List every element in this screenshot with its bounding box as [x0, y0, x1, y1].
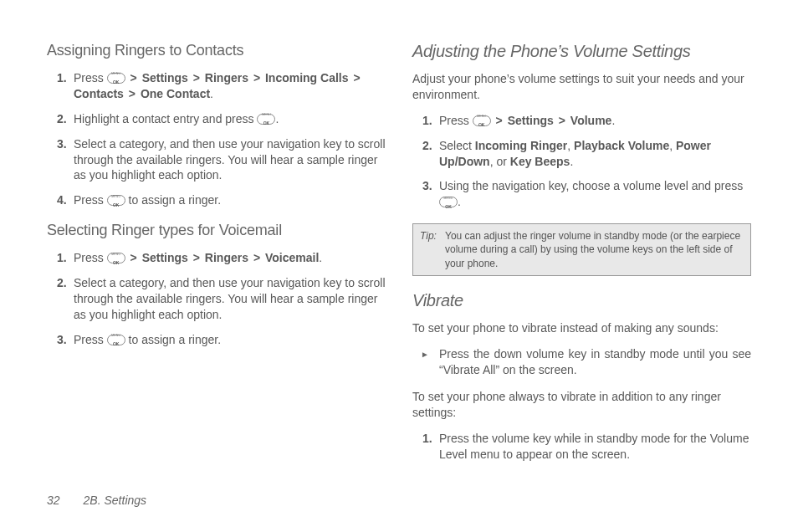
step-1: Press > Settings > Ringers > Incoming Ca…	[47, 70, 386, 102]
period: .	[570, 155, 573, 168]
text: Using the navigation key, choose a volum…	[439, 179, 743, 192]
opt-playback-volume: Playback Volume	[574, 139, 669, 152]
menu-ok-icon	[107, 195, 125, 206]
text: Press	[74, 193, 107, 207]
nav-ringers: Ringers	[205, 71, 248, 84]
assign-ringers-steps: Press > Settings > Ringers > Incoming Ca…	[47, 70, 386, 208]
period: .	[275, 112, 279, 125]
menu-ok-icon	[107, 73, 125, 84]
nav-settings: Settings	[508, 114, 554, 127]
gt-icon: >	[192, 71, 202, 84]
left-column: Assigning Ringers to Contacts Press > Se…	[47, 42, 386, 476]
opt-key-beeps: Key Beeps	[510, 155, 570, 168]
step-1: Press > Settings > Volume.	[412, 113, 751, 129]
nav-volume: Volume	[570, 114, 612, 127]
volume-steps: Press > Settings > Volume. Select Incomi…	[412, 113, 751, 210]
page-number: 32	[47, 494, 60, 507]
tip-box: Tip: You can adjust the ringer volume in…	[412, 223, 751, 276]
text: Select	[439, 139, 475, 152]
text: to assign a ringer.	[125, 333, 221, 346]
gt-icon: >	[129, 251, 139, 264]
step-1: Press the volume key while in standby mo…	[412, 431, 751, 463]
gt-icon: >	[252, 71, 262, 84]
section-title: 2B. Settings	[84, 494, 147, 507]
gt-icon: >	[494, 114, 504, 127]
heading-voicemail-ringers: Selecting Ringer types for Voicemail	[47, 222, 386, 239]
nav-contacts: Contacts	[74, 87, 124, 100]
right-column: Adjusting the Phone’s Volume Settings Ad…	[412, 42, 751, 476]
voicemail-ringer-steps: Press > Settings > Ringers > Voicemail. …	[47, 250, 386, 347]
period: .	[611, 114, 615, 127]
menu-ok-icon	[107, 335, 125, 345]
nav-ringers: Ringers	[205, 251, 248, 264]
sep: , or	[490, 155, 510, 168]
heading-vibrate: Vibrate	[412, 291, 751, 310]
menu-ok-icon	[439, 197, 458, 207]
sep: ,	[567, 139, 574, 152]
volume-intro: Adjust your phone’s volume settings to s…	[412, 71, 751, 103]
period: .	[458, 195, 461, 208]
heading-volume-settings: Adjusting the Phone’s Volume Settings	[412, 42, 751, 61]
gt-icon: >	[557, 114, 567, 127]
gt-icon: >	[127, 87, 137, 100]
text: Press	[74, 71, 107, 84]
step-3: Using the navigation key, choose a volum…	[412, 178, 751, 210]
page-footer: 32 2B. Settings	[47, 494, 146, 507]
vibrate-bullet: Press the down volume key in standby mod…	[412, 346, 751, 378]
sep: ,	[669, 139, 676, 152]
step-2: Select a category, and then use your nav…	[47, 275, 386, 323]
opt-incoming-ringer: Incoming Ringer	[475, 139, 567, 152]
nav-settings: Settings	[142, 71, 188, 84]
text: Press	[74, 251, 107, 264]
gt-icon: >	[351, 71, 361, 84]
period: .	[210, 87, 213, 100]
tip-label: Tip:	[420, 229, 445, 270]
tip-body: You can adjust the ringer volume in stan…	[445, 229, 744, 270]
vibrate-intro-1: To set your phone to vibrate instead of …	[412, 320, 751, 336]
period: .	[319, 251, 322, 264]
menu-ok-icon	[257, 114, 275, 125]
text: Highlight a contact entry and press	[74, 112, 257, 125]
gt-icon: >	[129, 71, 139, 84]
vibrate-intro-2: To set your phone always to vibrate in a…	[412, 389, 751, 421]
nav-incoming-calls: Incoming Calls	[265, 71, 349, 84]
menu-ok-icon	[473, 115, 491, 126]
gt-icon: >	[192, 251, 202, 264]
heading-assign-ringers: Assigning Ringers to Contacts	[47, 42, 386, 59]
gt-icon: >	[252, 251, 262, 264]
nav-one-contact: One Contact	[141, 87, 210, 100]
nav-settings: Settings	[142, 251, 188, 264]
text: Press	[74, 333, 107, 346]
vibrate-steps: Press the volume key while in standby mo…	[412, 431, 751, 463]
step-2: Highlight a contact entry and press .	[47, 111, 386, 127]
step-4: Press to assign a ringer.	[47, 192, 386, 208]
step-1: Press > Settings > Ringers > Voicemail.	[47, 250, 386, 266]
menu-ok-icon	[107, 253, 125, 263]
nav-voicemail: Voicemail	[265, 251, 319, 264]
text: to assign a ringer.	[125, 193, 221, 207]
text: Press	[439, 114, 473, 127]
vibrate-bullet-list: Press the down volume key in standby mod…	[412, 346, 751, 378]
step-3: Press to assign a ringer.	[47, 332, 386, 348]
step-2: Select Incoming Ringer, Playback Volume,…	[412, 138, 751, 170]
page-columns: Assigning Ringers to Contacts Press > Se…	[47, 42, 751, 476]
step-3: Select a category, and then use your nav…	[47, 136, 386, 184]
